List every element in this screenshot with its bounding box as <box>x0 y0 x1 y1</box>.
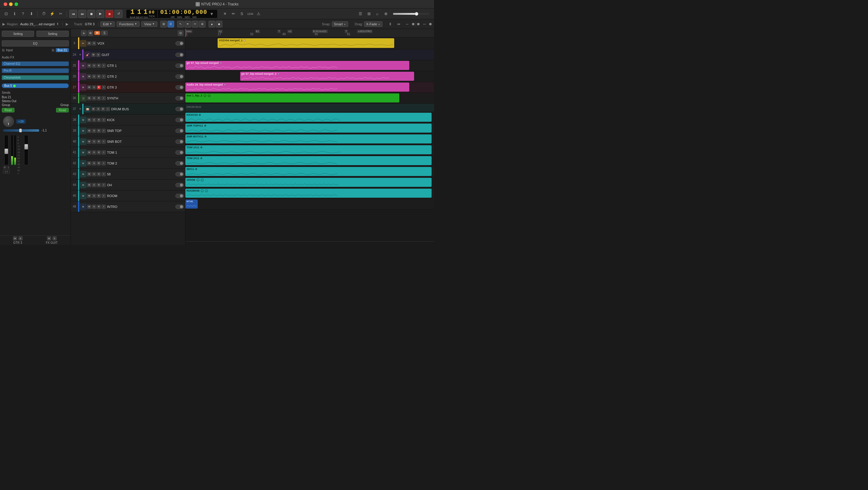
mute-intro[interactable]: M <box>87 205 91 209</box>
marquee-tool-btn[interactable]: ✒ <box>184 21 191 27</box>
mute-synth[interactable]: M <box>87 96 91 100</box>
solo-SNR TOP[interactable]: S <box>92 129 96 133</box>
fit-tracks-btn[interactable]: ⇕ <box>387 21 394 28</box>
track-toggle-guit[interactable] <box>176 53 184 57</box>
track-toggle-TOM 1[interactable] <box>176 150 184 155</box>
expand-drumbus[interactable]: ▼ <box>78 107 82 111</box>
input-OH[interactable]: I <box>101 183 106 187</box>
region-settings-btn[interactable]: ⬆ <box>56 22 59 26</box>
solo-SNR BOT[interactable]: S <box>92 140 96 144</box>
toolbar-count-btn[interactable]: 1234 <box>247 10 254 18</box>
solo-TOM 2[interactable]: S <box>92 161 96 165</box>
toolbar-download-btn[interactable]: ⬇ <box>28 10 35 18</box>
toolbar-alert-btn[interactable]: ⚠ <box>255 10 262 18</box>
bottom-m-btn-1[interactable]: M <box>13 236 17 241</box>
mute-gtr3[interactable]: M <box>87 85 91 90</box>
s-button[interactable]: S <box>101 31 107 35</box>
region-gtr57-merged2[interactable]: gtr 57_bip mixed merged_2 <box>240 72 414 81</box>
input-ROOM[interactable]: I <box>101 194 106 198</box>
channel-eq-fx[interactable]: Channel EQ <box>2 61 69 66</box>
read-btn-2[interactable]: Read <box>56 108 69 113</box>
input-intro[interactable]: I <box>101 205 106 209</box>
rewind-button[interactable]: ⏮ <box>69 10 77 18</box>
fit-tracks-h-btn[interactable]: ⇔ <box>395 21 402 28</box>
region-room06[interactable]: ROOM#06 ∞ ∞ <box>185 189 432 198</box>
input-KICK[interactable]: I <box>101 118 106 122</box>
toolbar-search-btn[interactable]: ⌕ <box>374 10 381 18</box>
expand-guit[interactable]: ▼ <box>78 53 82 56</box>
input-gtr2[interactable]: I <box>101 74 106 79</box>
record-button[interactable]: ⏺ <box>105 10 113 18</box>
solo-gtr3[interactable]: S <box>92 85 96 90</box>
toolbar-mixer-btn[interactable]: ⚡ <box>49 10 56 18</box>
input-58[interactable]: I <box>101 172 106 176</box>
region-kick10[interactable]: KICK#10 <box>185 113 432 122</box>
solo-TOM 1[interactable]: S <box>92 150 96 155</box>
transport-chevron-icon[interactable]: ▼ <box>210 11 214 16</box>
toolbar-tuner-btn[interactable]: S <box>238 10 245 18</box>
region-audio29-merged[interactable]: Audio 29_bip mixed merged <box>185 83 409 92</box>
rec-OH[interactable]: R <box>97 183 101 187</box>
region-gtr57-merged[interactable]: gtr 57_bip mixed merged <box>185 61 409 70</box>
track-toggle-gtr1[interactable] <box>176 64 184 68</box>
snap-selector[interactable]: Smart ▼ <box>332 21 348 27</box>
play-button[interactable]: ▶ <box>96 10 104 18</box>
track-toggle-synth[interactable] <box>176 96 184 100</box>
track-toggle-drumbus[interactable] <box>176 107 184 111</box>
input-TOM 1[interactable]: I <box>101 150 106 155</box>
chromaverb-fx[interactable]: ChromaVerb <box>2 75 69 80</box>
track-toggle-SNR BOT[interactable] <box>176 140 184 144</box>
region-expand-arrow[interactable]: ▶ <box>2 22 5 26</box>
fader-1[interactable] <box>4 135 8 165</box>
rec-gtr2[interactable]: R <box>97 74 101 79</box>
drag-selector[interactable]: X-Fade ▼ <box>364 21 382 27</box>
track-toggle-OH[interactable] <box>176 183 184 187</box>
minimize-button[interactable] <box>9 2 13 6</box>
rec-58[interactable]: R <box>97 172 101 176</box>
track-toggle-intro[interactable] <box>176 205 184 209</box>
input-gtr1[interactable]: I <box>101 64 106 68</box>
toolbar-grid-btn[interactable]: ⊞ <box>365 10 373 18</box>
solo-KICK[interactable]: S <box>92 118 96 122</box>
rec-SNR BOT[interactable]: R <box>97 140 101 144</box>
region-snrbot11[interactable]: SNR BOT#11 <box>185 134 432 144</box>
solo-OH[interactable]: S <box>92 183 96 187</box>
region-inst1-bip[interactable]: Inst 1_bip_2 ∞ ∞ <box>185 93 399 102</box>
mute-gtr2[interactable]: M <box>87 74 91 79</box>
region-oh06[interactable]: OH#06 ∞ ∞ <box>185 178 432 187</box>
setting-btn-1[interactable]: Setting <box>2 31 34 37</box>
fader-i-btn[interactable]: I <box>7 166 10 169</box>
track-toggle-gtr2[interactable] <box>176 74 184 79</box>
rec-gtr1[interactable]: R <box>97 64 101 68</box>
solo-58[interactable]: S <box>92 172 96 176</box>
add-track-button[interactable]: + <box>81 30 87 36</box>
track-view-icon[interactable]: ⊞ <box>88 30 93 36</box>
mute-TOM 2[interactable]: M <box>87 161 91 165</box>
rec-gtr3[interactable]: R <box>97 85 101 90</box>
fullscreen-button[interactable] <box>14 2 18 6</box>
grid-view-btn[interactable]: ⊞ <box>160 21 167 27</box>
mute-gtr1[interactable]: M <box>87 64 91 68</box>
solo-synth[interactable]: S <box>92 96 96 100</box>
solo-vox[interactable]: S <box>92 41 96 45</box>
edit-menu[interactable]: Edit ▼ <box>100 21 115 27</box>
rec-intro[interactable]: R <box>97 205 101 209</box>
toolbar-lcd-btn[interactable]: ⊡ <box>2 10 10 18</box>
mute-drumbus[interactable]: M <box>91 107 96 111</box>
rec-SNR TOP[interactable]: R <box>97 129 101 133</box>
arrow-alt-tool-btn[interactable]: ◆ <box>216 21 222 27</box>
toolbar-pencil-btn[interactable]: ✏ <box>230 10 237 18</box>
close-button[interactable] <box>4 2 7 6</box>
track-toggle-vox[interactable] <box>176 41 184 45</box>
fast-forward-button[interactable]: ⏭ <box>79 10 86 18</box>
track-toggle-58[interactable] <box>176 172 184 176</box>
fader-2[interactable] <box>24 135 28 165</box>
mute-TOM 1[interactable]: M <box>87 150 91 155</box>
pan-slider[interactable] <box>3 129 39 132</box>
solo-ROOM[interactable]: S <box>92 194 96 198</box>
region-voz04[interactable]: VOZ#04 merged_1 <box>218 38 394 48</box>
pointer-tool-btn[interactable]: ↖ <box>177 21 184 27</box>
rec-drumbus[interactable]: R <box>101 107 105 111</box>
mute-vox[interactable]: M <box>87 41 91 45</box>
toolbar-more-btn[interactable]: ⊕ <box>382 10 390 18</box>
